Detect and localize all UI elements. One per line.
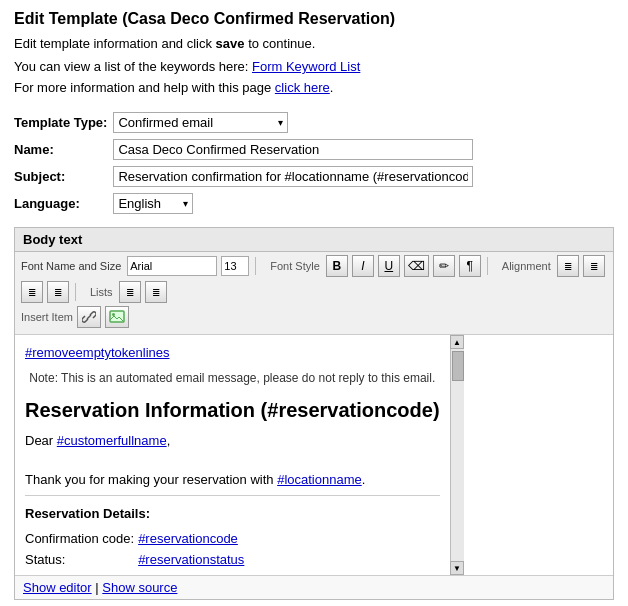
form-keyword-list-link[interactable]: Form Keyword List (252, 59, 360, 74)
align-left-button[interactable]: ≣ (557, 255, 579, 277)
name-input[interactable] (113, 139, 473, 160)
font-name-size-label: Font Name and Size (21, 260, 121, 272)
insert-link-button[interactable] (77, 306, 101, 328)
thank-you-paragraph: Thank you for making your reservation wi… (25, 470, 440, 490)
bottom-bar: Show editor | Show source (15, 575, 613, 599)
align-justify-button[interactable]: ≣ (47, 281, 69, 303)
subtitle: Edit template information and click save… (14, 36, 614, 51)
reservation-details-heading: Reservation Details: (25, 504, 440, 524)
toolbar-separator-2 (487, 257, 488, 275)
editor-scrollbar[interactable]: ▲ ▼ (450, 335, 464, 575)
unordered-list-button[interactable]: ≣ (119, 281, 141, 303)
conf-code-label: Confirmation code: (25, 528, 138, 550)
keywords-line: You can view a list of the keywords here… (14, 59, 614, 74)
lists-label: Lists (90, 286, 113, 298)
bold-button[interactable]: B (326, 255, 348, 277)
scrollbar-track (451, 349, 464, 561)
align-center-button[interactable]: ≣ (583, 255, 605, 277)
editor-content[interactable]: #removeemptytokenlines Note: This is an … (15, 335, 450, 575)
eraser-button[interactable]: ✏ (433, 255, 455, 277)
status-label: Status: (25, 549, 138, 571)
toolbar-separator-1 (255, 257, 256, 275)
details-table: Confirmation code: #reservationcode Stat… (25, 528, 248, 571)
divider-1 (25, 495, 440, 496)
language-select[interactable]: English (113, 193, 193, 214)
link-icon (82, 310, 96, 324)
editor-title: Body text (15, 228, 613, 252)
removeempty-link[interactable]: #removeemptytokenlines (25, 345, 170, 360)
help-line: For more information and help with this … (14, 80, 614, 95)
language-label: Language: (14, 190, 113, 217)
toolbar-separator-3 (75, 283, 76, 301)
reservationstatus-link[interactable]: #reservationstatus (138, 552, 244, 567)
insert-label: Insert Item (21, 311, 73, 323)
page-title: Edit Template (Casa Deco Confirmed Reser… (14, 10, 614, 28)
format-paragraph-button[interactable]: ¶ (459, 255, 481, 277)
click-here-link[interactable]: click here (275, 80, 330, 95)
scrollbar-up-arrow[interactable]: ▲ (450, 335, 464, 349)
scrollbar-thumb[interactable] (452, 351, 464, 381)
customer-fullname-link[interactable]: #customerfullname (57, 433, 167, 448)
font-name-input[interactable] (127, 256, 217, 276)
reservationcode-link[interactable]: #reservationcode (138, 531, 238, 546)
template-type-select[interactable]: Confirmed email (113, 112, 288, 133)
underline-button[interactable]: U (378, 255, 400, 277)
dear-paragraph: Dear #customerfullname, (25, 431, 440, 451)
form-fields: Template Type: Confirmed email ▾ Name: S… (14, 109, 614, 217)
editor-toolbar: Font Name and Size Font Style B I U ⌫ ✏ … (15, 252, 613, 335)
reservation-heading: Reservation Information (#reservationcod… (25, 395, 440, 425)
editor-box: Body text Font Name and Size Font Style … (14, 227, 614, 600)
svg-line-0 (87, 315, 91, 319)
location-name-link[interactable]: #locationname (277, 472, 362, 487)
ordered-list-button[interactable]: ≣ (145, 281, 167, 303)
clear-button[interactable]: ⌫ (404, 255, 429, 277)
show-editor-link[interactable]: Show editor (23, 580, 92, 595)
scrollbar-down-arrow[interactable]: ▼ (450, 561, 464, 575)
font-size-input[interactable] (221, 256, 249, 276)
note-text: Note: This is an automated email message… (25, 369, 440, 387)
alignment-label: Alignment (502, 260, 551, 272)
template-type-label: Template Type: (14, 109, 113, 136)
subject-label: Subject: (14, 163, 113, 190)
image-icon (109, 310, 125, 324)
name-label: Name: (14, 136, 113, 163)
align-right-button[interactable]: ≣ (21, 281, 43, 303)
font-style-label: Font Style (270, 260, 320, 272)
insert-image-button[interactable] (105, 306, 129, 328)
editor-scroll-container: #removeemptytokenlines Note: This is an … (15, 335, 613, 575)
italic-button[interactable]: I (352, 255, 374, 277)
show-source-link[interactable]: Show source (102, 580, 177, 595)
svg-point-2 (112, 313, 115, 316)
subject-input[interactable] (113, 166, 473, 187)
